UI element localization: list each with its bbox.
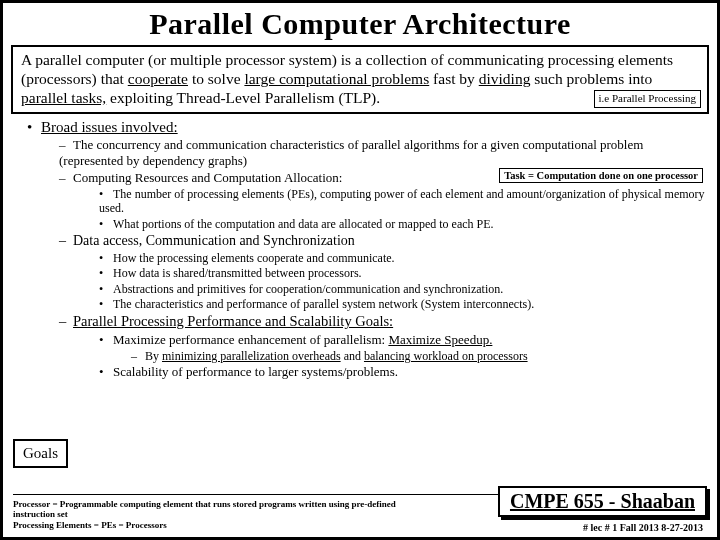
intro-note: i.e Parallel Processing xyxy=(594,90,701,107)
footer-definitions: Processor = Programmable computing eleme… xyxy=(13,499,403,531)
resources-allocation: •What portions of the computation and da… xyxy=(99,217,709,232)
data-cooperate: •How the processing elements cooperate a… xyxy=(99,251,709,266)
issue-concurrency: –The concurrency and communication chara… xyxy=(59,137,709,169)
slide: Parallel Computer Architecture A paralle… xyxy=(0,0,720,540)
goals-speedup: •Maximize performance enhancement of par… xyxy=(99,332,709,348)
data-network: •The characteristics and performance of … xyxy=(99,297,709,312)
data-abstractions: •Abstractions and primitives for coopera… xyxy=(99,282,709,297)
issue-data-access: –Data access, Communication and Synchron… xyxy=(59,232,709,249)
slide-title: Parallel Computer Architecture xyxy=(11,7,709,41)
broad-issues-heading: •Broad issues involved: xyxy=(27,118,709,136)
resources-pes: •The number of processing elements (PEs)… xyxy=(99,187,709,216)
course-box: CMPE 655 - Shaaban xyxy=(498,486,707,517)
issue-goals: –Parallel Processing Performance and Sca… xyxy=(59,313,709,331)
task-note: Task = Computation done on one processor xyxy=(499,168,703,183)
intro-text: A parallel computer (or multiple process… xyxy=(21,51,673,106)
goals-box: Goals xyxy=(13,439,68,468)
processor-def: Processor = Programmable computing eleme… xyxy=(13,499,403,521)
intro-box: A parallel computer (or multiple process… xyxy=(11,45,709,114)
goals-minimize: –By minimizing parallelization overheads… xyxy=(131,349,709,364)
goals-scalability: •Scalability of performance to larger sy… xyxy=(99,364,709,380)
data-shared: •How data is shared/transmitted between … xyxy=(99,266,709,281)
lecture-info: # lec # 1 Fall 2013 8-27-2013 xyxy=(583,522,703,533)
pe-def: Processing Elements = PEs = Processors xyxy=(13,520,403,531)
content: •Broad issues involved: –The concurrency… xyxy=(11,118,709,380)
